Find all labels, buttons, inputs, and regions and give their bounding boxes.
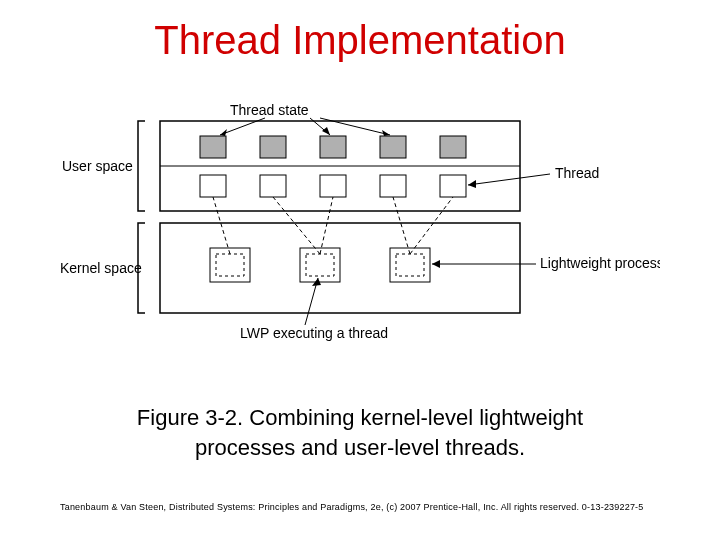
svg-marker-4 [322, 127, 330, 135]
lwp-executing-label: LWP executing a thread [240, 325, 388, 341]
svg-marker-21 [432, 260, 440, 268]
thread-state-box [380, 136, 406, 158]
svg-line-7 [468, 174, 550, 185]
thread-state-box [320, 136, 346, 158]
page-title: Thread Implementation [0, 0, 720, 63]
thread-label: Thread [555, 165, 599, 181]
lightweight-process-label: Lightweight process [540, 255, 660, 271]
brace-user-space [138, 121, 145, 211]
svg-line-15 [213, 197, 230, 254]
caption-line-2: processes and user-level threads. [195, 435, 525, 460]
thread-state-label: Thread state [230, 103, 309, 118]
thread-box [440, 175, 466, 197]
svg-line-17 [320, 197, 333, 254]
thread-state-box [440, 136, 466, 158]
svg-marker-6 [382, 130, 390, 136]
caption-line-1: Figure 3-2. Combining kernel-level light… [137, 405, 583, 430]
svg-marker-2 [220, 129, 227, 136]
svg-line-18 [393, 197, 410, 254]
thread-state-box [200, 136, 226, 158]
thread-diagram: User space Kernel space Thread state Thr… [60, 103, 660, 353]
kernel-space-label: Kernel space [60, 260, 142, 276]
thread-state-box [260, 136, 286, 158]
thread-box [200, 175, 226, 197]
user-space-label: User space [62, 158, 133, 174]
svg-line-16 [273, 197, 320, 254]
thread-box [260, 175, 286, 197]
copyright-footer: Tanenbaum & Van Steen, Distributed Syste… [0, 502, 720, 512]
thread-box [320, 175, 346, 197]
svg-marker-8 [468, 180, 476, 188]
svg-line-19 [410, 197, 453, 254]
figure-caption: Figure 3-2. Combining kernel-level light… [0, 403, 720, 462]
thread-box [380, 175, 406, 197]
